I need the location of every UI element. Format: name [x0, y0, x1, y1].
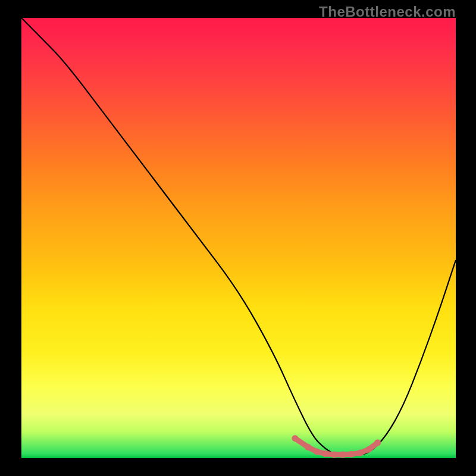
optimal-marker: [314, 448, 320, 455]
chart-container: TheBottleneck.com: [0, 0, 476, 476]
optimal-marker-group: [292, 435, 381, 458]
optimal-marker: [292, 435, 298, 441]
bottleneck-curve: [21, 18, 456, 456]
optimal-marker: [331, 452, 337, 458]
optimal-marker: [340, 452, 346, 458]
plot-area: [21, 18, 456, 458]
optimal-marker: [374, 440, 381, 446]
optimal-marker: [305, 444, 311, 450]
optimal-marker: [366, 446, 372, 453]
optimal-marker: [357, 450, 364, 456]
optimal-marker: [322, 450, 329, 457]
optimal-marker: [348, 451, 355, 458]
curve-layer: [21, 18, 456, 458]
